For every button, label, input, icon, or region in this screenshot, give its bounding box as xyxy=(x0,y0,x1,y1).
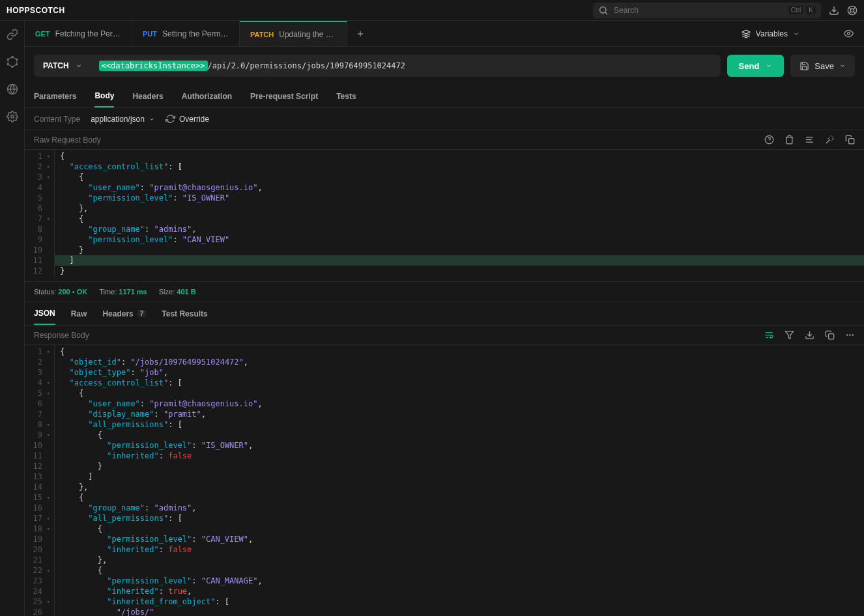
code-line: { xyxy=(60,346,864,357)
download-icon[interactable] xyxy=(805,330,814,340)
request-body-editor[interactable]: 123456789101112{ "access_control_list": … xyxy=(25,150,864,277)
tab-label: Fetching the Permi… xyxy=(55,29,121,38)
chevron-down-icon xyxy=(839,63,846,69)
response-tab[interactable]: Headers7 xyxy=(102,302,146,325)
request-tab[interactable]: PUTSetting the Permis… xyxy=(132,21,240,46)
search-shortcut: Ctrl K xyxy=(788,6,816,14)
code-line: "permission_level": "CAN_VIEW" xyxy=(60,234,864,245)
code-line: ] xyxy=(60,471,864,482)
code-line: { xyxy=(60,151,864,161)
globe-icon[interactable] xyxy=(7,83,18,95)
override-button[interactable]: Override xyxy=(166,114,209,124)
tab-method: PUT xyxy=(143,30,157,38)
code-line: }, xyxy=(60,482,864,492)
eye-icon[interactable] xyxy=(844,29,854,38)
url-path: /api/2.0/permissions/jobs/10976499510244… xyxy=(208,61,405,70)
code-line: "display_name": "pramit", xyxy=(60,409,864,419)
code-line: "permission_level": "IS_OWNER", xyxy=(60,440,864,451)
download-icon[interactable] xyxy=(829,5,839,16)
request-tabs: GETFetching the Permi…PUTSetting the Per… xyxy=(25,21,864,47)
svg-point-0 xyxy=(600,7,606,12)
code-line: } xyxy=(60,266,864,276)
wand-icon[interactable] xyxy=(825,135,835,145)
status-section: Status: 200 • OK xyxy=(34,288,87,296)
send-button[interactable]: Send xyxy=(727,55,785,77)
variables-button[interactable]: Variables xyxy=(736,29,839,38)
chevron-down-icon xyxy=(76,63,82,69)
code-line: "object_id": "/jobs/1097649951024472", xyxy=(60,357,864,367)
code-line: "permission_level": "IS_OWNER" xyxy=(60,193,864,203)
svg-point-22 xyxy=(848,33,850,35)
request-section-tab[interactable]: Body xyxy=(94,85,114,107)
request-section-tab[interactable]: Pre-request Script xyxy=(250,85,318,107)
code-line: } xyxy=(60,245,864,255)
request-tab[interactable]: GETFetching the Permi… xyxy=(25,21,132,46)
layers-icon xyxy=(742,29,751,38)
svg-point-36 xyxy=(852,335,853,335)
code-line: } xyxy=(60,461,864,471)
response-tabs: JSONRawHeaders7Test Results xyxy=(25,302,864,326)
svg-line-5 xyxy=(849,7,851,9)
svg-line-7 xyxy=(854,7,856,9)
request-section-tab[interactable]: Authorization xyxy=(182,85,232,107)
method-value: PATCH xyxy=(43,61,69,70)
content-type-select[interactable]: application/json xyxy=(91,115,155,124)
tab-label: Setting the Permis… xyxy=(162,29,229,38)
response-tab[interactable]: Test Results xyxy=(162,302,207,325)
code-line: "all_permissions": [ xyxy=(60,419,864,430)
code-line: "all_permissions": [ xyxy=(60,513,864,524)
save-button[interactable]: Save xyxy=(790,55,855,77)
wrap-icon[interactable] xyxy=(764,330,774,340)
more-icon[interactable] xyxy=(845,330,855,340)
request-tab[interactable]: PATCHUpdating the Per… xyxy=(240,21,347,46)
response-tab[interactable]: Raw xyxy=(71,302,87,325)
raw-request-label: Raw Request Body xyxy=(34,135,101,145)
code-line: "group_name": "admins", xyxy=(60,224,864,234)
request-section-tab[interactable]: Headers xyxy=(132,85,163,107)
time-section: Time: 1171 ms xyxy=(99,288,147,296)
svg-line-1 xyxy=(605,12,607,14)
response-tab[interactable]: JSON xyxy=(34,302,55,325)
code-line: { xyxy=(60,430,864,440)
svg-rect-28 xyxy=(849,139,854,144)
code-line: "user_name": "pramit@chaosgenius.io", xyxy=(60,182,864,193)
add-tab-button[interactable] xyxy=(347,21,373,46)
code-line: { xyxy=(60,172,864,182)
code-line: { xyxy=(60,565,864,576)
request-section-tabs: ParametersBodyHeadersAuthorizationPre-re… xyxy=(25,85,864,108)
link-icon[interactable] xyxy=(7,29,18,40)
copy-icon[interactable] xyxy=(845,135,855,145)
search-input[interactable] xyxy=(614,6,783,15)
url-input[interactable]: <<databricksInstance>>/api/2.0/permissio… xyxy=(91,55,721,77)
size-section: Size: 401 B xyxy=(159,288,196,296)
search-box[interactable]: Ctrl K xyxy=(593,3,821,18)
request-section-tab[interactable]: Parameters xyxy=(34,85,76,107)
code-line: { xyxy=(60,492,864,503)
copy-icon[interactable] xyxy=(825,330,835,340)
filter-icon[interactable] xyxy=(785,330,794,340)
method-select[interactable]: PATCH xyxy=(34,55,91,77)
response-body-label: Response Body xyxy=(34,331,89,340)
settings-icon[interactable] xyxy=(7,111,18,122)
search-icon xyxy=(598,5,609,16)
format-icon[interactable] xyxy=(805,135,814,145)
trash-icon[interactable] xyxy=(785,135,794,145)
support-icon[interactable] xyxy=(847,5,857,16)
svg-point-35 xyxy=(850,335,850,335)
svg-point-18 xyxy=(10,115,14,119)
code-line: { xyxy=(60,524,864,534)
app-logo[interactable]: HOPPSCOTCH xyxy=(7,6,65,15)
request-section-tab[interactable]: Tests xyxy=(336,85,356,107)
tab-count: 7 xyxy=(137,310,147,317)
code-line: { xyxy=(60,388,864,399)
code-line: "inherited_from_object": [ xyxy=(60,596,864,607)
content-type-label: Content Type xyxy=(34,115,80,124)
chevron-down-icon xyxy=(149,116,155,122)
help-icon[interactable] xyxy=(764,135,774,145)
code-line: ] xyxy=(55,255,864,266)
chevron-down-icon xyxy=(793,31,799,37)
response-body-viewer[interactable]: 1234567891011121314151617181920212223242… xyxy=(25,345,864,616)
graphql-icon[interactable] xyxy=(7,56,18,68)
code-line: { xyxy=(60,214,864,224)
svg-line-8 xyxy=(849,11,851,13)
